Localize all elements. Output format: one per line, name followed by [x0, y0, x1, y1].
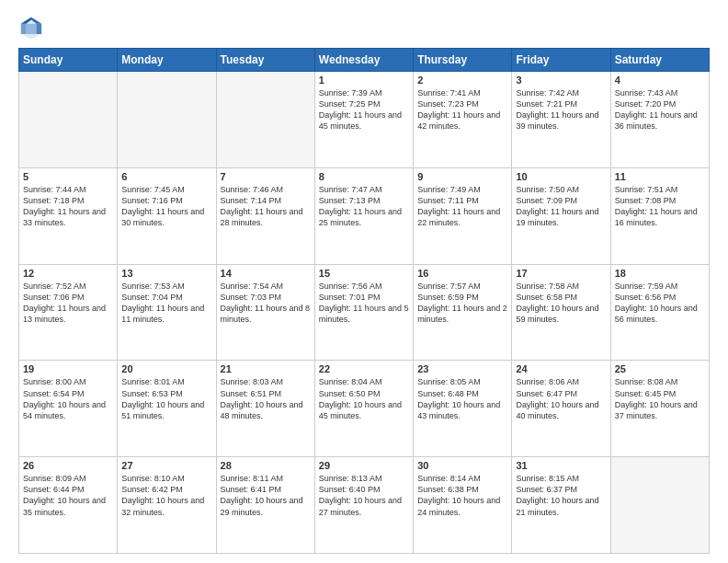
day-info: Sunrise: 7:41 AM Sunset: 7:23 PM Dayligh…	[417, 87, 507, 132]
calendar-cell: 20Sunrise: 8:01 AM Sunset: 6:53 PM Dayli…	[118, 361, 216, 457]
calendar-cell: 4Sunrise: 7:43 AM Sunset: 7:20 PM Daylig…	[610, 72, 709, 168]
day-number: 19	[23, 363, 113, 374]
day-info: Sunrise: 8:01 AM Sunset: 6:53 PM Dayligh…	[121, 376, 211, 421]
calendar-cell: 5Sunrise: 7:44 AM Sunset: 7:18 PM Daylig…	[19, 167, 118, 264]
weekday-monday: Monday	[118, 49, 216, 72]
day-number: 23	[417, 363, 507, 374]
calendar-cell: 30Sunrise: 8:14 AM Sunset: 6:38 PM Dayli…	[414, 457, 512, 554]
calendar-cell: 27Sunrise: 8:10 AM Sunset: 6:42 PM Dayli…	[118, 457, 216, 554]
day-number: 7	[221, 171, 311, 182]
calendar-body: 1Sunrise: 7:39 AM Sunset: 7:25 PM Daylig…	[19, 72, 710, 554]
calendar-cell: 3Sunrise: 7:42 AM Sunset: 7:21 PM Daylig…	[512, 72, 610, 168]
calendar-cell: 10Sunrise: 7:50 AM Sunset: 7:09 PM Dayli…	[512, 167, 610, 264]
logo	[18, 15, 48, 40]
calendar-cell: 29Sunrise: 8:13 AM Sunset: 6:40 PM Dayli…	[314, 457, 413, 554]
day-number: 28	[221, 460, 311, 471]
calendar-cell: 24Sunrise: 8:06 AM Sunset: 6:47 PM Dayli…	[512, 361, 610, 457]
day-number: 9	[417, 171, 507, 182]
calendar-cell: 22Sunrise: 8:04 AM Sunset: 6:50 PM Dayli…	[314, 361, 413, 457]
day-info: Sunrise: 7:57 AM Sunset: 6:59 PM Dayligh…	[417, 281, 507, 326]
calendar: SundayMondayTuesdayWednesdayThursdayFrid…	[18, 48, 710, 554]
calendar-week-2: 12Sunrise: 7:52 AM Sunset: 7:06 PM Dayli…	[19, 264, 710, 361]
day-info: Sunrise: 7:49 AM Sunset: 7:11 PM Dayligh…	[417, 184, 507, 229]
calendar-cell: 18Sunrise: 7:59 AM Sunset: 6:56 PM Dayli…	[610, 264, 709, 361]
calendar-week-0: 1Sunrise: 7:39 AM Sunset: 7:25 PM Daylig…	[19, 72, 710, 168]
day-info: Sunrise: 8:03 AM Sunset: 6:51 PM Dayligh…	[221, 376, 311, 421]
day-info: Sunrise: 7:54 AM Sunset: 7:03 PM Dayligh…	[221, 281, 311, 326]
day-info: Sunrise: 8:08 AM Sunset: 6:45 PM Dayligh…	[615, 376, 705, 421]
day-number: 11	[615, 171, 705, 182]
calendar-cell: 25Sunrise: 8:08 AM Sunset: 6:45 PM Dayli…	[610, 361, 709, 457]
day-number: 17	[516, 268, 606, 279]
calendar-cell: 31Sunrise: 8:15 AM Sunset: 6:37 PM Dayli…	[512, 457, 610, 554]
day-info: Sunrise: 7:51 AM Sunset: 7:08 PM Dayligh…	[615, 184, 705, 229]
calendar-cell: 1Sunrise: 7:39 AM Sunset: 7:25 PM Daylig…	[314, 72, 413, 168]
day-number: 27	[121, 460, 211, 471]
day-info: Sunrise: 8:15 AM Sunset: 6:37 PM Dayligh…	[516, 473, 606, 518]
day-number: 4	[615, 75, 705, 86]
day-info: Sunrise: 7:44 AM Sunset: 7:18 PM Dayligh…	[23, 184, 113, 229]
calendar-cell: 19Sunrise: 8:00 AM Sunset: 6:54 PM Dayli…	[19, 361, 118, 457]
weekday-sunday: Sunday	[19, 49, 118, 72]
calendar-cell	[19, 72, 118, 168]
day-number: 29	[319, 460, 409, 471]
day-info: Sunrise: 7:47 AM Sunset: 7:13 PM Dayligh…	[319, 184, 409, 229]
calendar-cell	[216, 72, 314, 168]
day-info: Sunrise: 8:09 AM Sunset: 6:44 PM Dayligh…	[23, 473, 113, 518]
day-number: 15	[319, 268, 409, 279]
day-info: Sunrise: 7:59 AM Sunset: 6:56 PM Dayligh…	[615, 281, 705, 326]
svg-marker-4	[37, 24, 42, 34]
day-info: Sunrise: 8:04 AM Sunset: 6:50 PM Dayligh…	[319, 376, 409, 421]
day-number: 24	[516, 363, 606, 374]
calendar-cell: 6Sunrise: 7:45 AM Sunset: 7:16 PM Daylig…	[118, 167, 216, 264]
calendar-week-4: 26Sunrise: 8:09 AM Sunset: 6:44 PM Dayli…	[19, 457, 710, 554]
calendar-cell: 26Sunrise: 8:09 AM Sunset: 6:44 PM Dayli…	[19, 457, 118, 554]
calendar-cell: 13Sunrise: 7:53 AM Sunset: 7:04 PM Dayli…	[118, 264, 216, 361]
svg-marker-3	[21, 24, 27, 34]
day-number: 8	[319, 171, 409, 182]
calendar-cell: 21Sunrise: 8:03 AM Sunset: 6:51 PM Dayli…	[216, 361, 314, 457]
header	[18, 15, 710, 40]
calendar-cell: 16Sunrise: 7:57 AM Sunset: 6:59 PM Dayli…	[414, 264, 512, 361]
day-info: Sunrise: 8:11 AM Sunset: 6:41 PM Dayligh…	[221, 473, 311, 518]
calendar-cell: 14Sunrise: 7:54 AM Sunset: 7:03 PM Dayli…	[216, 264, 314, 361]
calendar-cell: 28Sunrise: 8:11 AM Sunset: 6:41 PM Dayli…	[216, 457, 314, 554]
calendar-cell	[610, 457, 709, 554]
weekday-tuesday: Tuesday	[216, 49, 314, 72]
day-number: 13	[121, 268, 211, 279]
day-number: 20	[121, 363, 211, 374]
day-number: 2	[417, 75, 507, 86]
day-number: 26	[23, 460, 113, 471]
day-number: 21	[221, 363, 311, 374]
day-info: Sunrise: 7:50 AM Sunset: 7:09 PM Dayligh…	[516, 184, 606, 229]
day-number: 10	[516, 171, 606, 182]
calendar-cell	[118, 72, 216, 168]
day-number: 1	[319, 75, 409, 86]
calendar-cell: 2Sunrise: 7:41 AM Sunset: 7:23 PM Daylig…	[414, 72, 512, 168]
day-number: 12	[23, 268, 113, 279]
calendar-cell: 7Sunrise: 7:46 AM Sunset: 7:14 PM Daylig…	[216, 167, 314, 264]
weekday-saturday: Saturday	[610, 49, 709, 72]
calendar-cell: 12Sunrise: 7:52 AM Sunset: 7:06 PM Dayli…	[19, 264, 118, 361]
calendar-cell: 9Sunrise: 7:49 AM Sunset: 7:11 PM Daylig…	[414, 167, 512, 264]
day-info: Sunrise: 7:58 AM Sunset: 6:58 PM Dayligh…	[516, 281, 606, 326]
day-info: Sunrise: 8:10 AM Sunset: 6:42 PM Dayligh…	[121, 473, 211, 518]
day-number: 6	[121, 171, 211, 182]
weekday-thursday: Thursday	[414, 49, 512, 72]
day-number: 16	[417, 268, 507, 279]
day-number: 31	[516, 460, 606, 471]
day-info: Sunrise: 7:46 AM Sunset: 7:14 PM Dayligh…	[221, 184, 311, 229]
calendar-cell: 8Sunrise: 7:47 AM Sunset: 7:13 PM Daylig…	[314, 167, 413, 264]
calendar-cell: 17Sunrise: 7:58 AM Sunset: 6:58 PM Dayli…	[512, 264, 610, 361]
calendar-header: SundayMondayTuesdayWednesdayThursdayFrid…	[19, 49, 710, 72]
day-info: Sunrise: 7:52 AM Sunset: 7:06 PM Dayligh…	[23, 281, 113, 326]
svg-marker-5	[26, 24, 36, 34]
day-number: 22	[319, 363, 409, 374]
day-number: 14	[221, 268, 311, 279]
calendar-week-3: 19Sunrise: 8:00 AM Sunset: 6:54 PM Dayli…	[19, 361, 710, 457]
day-info: Sunrise: 8:14 AM Sunset: 6:38 PM Dayligh…	[417, 473, 507, 518]
day-info: Sunrise: 7:53 AM Sunset: 7:04 PM Dayligh…	[121, 281, 211, 326]
day-info: Sunrise: 7:42 AM Sunset: 7:21 PM Dayligh…	[516, 87, 606, 132]
weekday-wednesday: Wednesday	[314, 49, 413, 72]
day-number: 30	[417, 460, 507, 471]
